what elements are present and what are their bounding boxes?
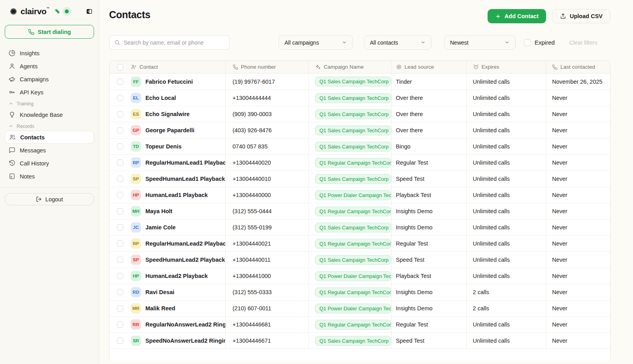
expired-checkbox[interactable] bbox=[524, 39, 531, 46]
expires-value: Unlimited calls bbox=[473, 143, 510, 150]
row-checkbox[interactable] bbox=[117, 257, 123, 263]
logout-button[interactable]: Logout bbox=[5, 193, 94, 205]
sidebar-item-insights[interactable]: Insights bbox=[5, 47, 94, 60]
table-row[interactable]: MR Malik Reed (210) 607-0011 Q1 Power Di… bbox=[109, 300, 610, 316]
table-row[interactable]: SP SpeedHumanLead2 Playback +13004440011… bbox=[109, 251, 610, 268]
phone-number: +13004440010 bbox=[233, 176, 271, 182]
row-checkbox[interactable] bbox=[117, 111, 123, 117]
table-row[interactable]: RP RegularHumanLead2 Playback +130044400… bbox=[109, 235, 610, 251]
table-row[interactable]: SP SpeedHumanLead1 Playback +13004440010… bbox=[109, 171, 610, 187]
search-input[interactable] bbox=[124, 39, 224, 46]
phone-icon bbox=[233, 64, 238, 70]
row-checkbox[interactable] bbox=[117, 305, 123, 311]
campaign-filter-select[interactable]: All campaigns bbox=[279, 35, 353, 50]
start-dialing-button[interactable]: Start dialing bbox=[5, 25, 94, 39]
contact-filter-select[interactable]: All contacts bbox=[364, 35, 431, 50]
sidebar-item-call-history[interactable]: Call History bbox=[5, 157, 94, 170]
select-all-checkbox[interactable] bbox=[117, 64, 123, 70]
contact-name: Echo Local bbox=[145, 95, 176, 101]
row-checkbox[interactable] bbox=[117, 127, 123, 133]
row-checkbox[interactable] bbox=[117, 224, 123, 231]
section-training[interactable]: Training bbox=[5, 99, 94, 108]
contact-name: Ravi Desai bbox=[145, 289, 174, 295]
table-row[interactable]: MH Maya Holt (312) 555-0444 Q1 Regular C… bbox=[109, 203, 610, 219]
sidebar-item-notes[interactable]: Notes bbox=[5, 170, 94, 183]
expires-value: Unlimited calls bbox=[473, 95, 510, 101]
contacts-icon bbox=[9, 134, 16, 141]
column-header-contact: Contact bbox=[131, 61, 225, 73]
lead-source: Speed Test bbox=[396, 176, 424, 182]
table-row[interactable]: HP HumanLead2 Playback +13004441000 Q1 P… bbox=[109, 268, 610, 284]
row-checkbox[interactable] bbox=[117, 273, 123, 279]
section-records[interactable]: Records bbox=[5, 121, 94, 131]
expires-value: Unlimited calls bbox=[473, 338, 510, 344]
column-header-last-contacted: Last contacted bbox=[546, 61, 610, 73]
table-row[interactable]: HP HumanLead1 Playback +13004440000 Q1 P… bbox=[109, 187, 610, 203]
contact-name: Echo Signalwire bbox=[145, 111, 190, 117]
sidebar-item-label: Insights bbox=[20, 50, 40, 56]
row-checkbox[interactable] bbox=[117, 338, 123, 344]
contact-name: George Papardelli bbox=[145, 127, 194, 133]
lightbulb-icon bbox=[9, 111, 15, 118]
sidebar-item-agents[interactable]: Agents bbox=[5, 60, 94, 73]
chevron-down-icon bbox=[420, 40, 426, 45]
row-checkbox[interactable] bbox=[117, 95, 123, 101]
row-checkbox[interactable] bbox=[117, 208, 123, 214]
clear-filters-button[interactable]: Clear filters bbox=[569, 39, 597, 46]
last-contacted: Never bbox=[552, 338, 567, 344]
table-row[interactable]: FF Fabrico Fetuccini (19) 99767-6017 Q1 … bbox=[109, 73, 610, 90]
sidebar-collapse-icon[interactable] bbox=[86, 8, 92, 15]
phone-number: +13004440011 bbox=[233, 257, 271, 263]
row-checkbox[interactable] bbox=[117, 79, 123, 85]
row-checkbox[interactable] bbox=[117, 176, 123, 182]
section-label-text: Records bbox=[17, 124, 34, 129]
column-header-campaign: Campaign Name bbox=[308, 61, 391, 73]
table-row[interactable]: SR SpeedNoAnswerLead2 Ringing +130044466… bbox=[109, 332, 610, 349]
avatar: JC bbox=[131, 222, 141, 233]
avatar: SP bbox=[131, 174, 141, 184]
campaign-badge: Q1 Regular Campaign TechCorp bbox=[315, 158, 391, 168]
phone-number: +13004440000 bbox=[233, 192, 271, 198]
chevron-down-icon bbox=[505, 40, 510, 45]
upload-csv-button[interactable]: Upload CSV bbox=[552, 9, 610, 23]
contact-name: Malik Reed bbox=[145, 305, 175, 311]
sidebar-item-knowledge-base[interactable]: Knowledge Base bbox=[5, 108, 94, 121]
table-row[interactable]: RP RegularHumanLead1 Playback +130044400… bbox=[109, 154, 610, 171]
table-row[interactable]: ES Echo Signalwire (909) 390-0003 Q1 Sal… bbox=[109, 106, 610, 122]
contact-name: Fabrico Fetuccini bbox=[145, 79, 193, 85]
table-row[interactable]: EL Echo Local +13004444444 Q1 Sales Camp… bbox=[109, 90, 610, 106]
sidebar-item-contacts[interactable]: Contacts bbox=[5, 131, 94, 144]
sort-select[interactable]: Newest bbox=[444, 35, 516, 50]
avatar: RP bbox=[131, 238, 141, 249]
row-checkbox[interactable] bbox=[117, 289, 123, 295]
phone-number: (210) 607-0011 bbox=[233, 305, 271, 311]
table-row[interactable]: JC Jamie Cole (312) 555-0199 Q1 Sales Ca… bbox=[109, 219, 610, 235]
expired-filter[interactable]: Expired bbox=[524, 39, 555, 46]
expires-value: Unlimited calls bbox=[473, 111, 510, 117]
table-row[interactable]: RD Ravi Desai (312) 555-0333 Q1 Regular … bbox=[109, 284, 610, 300]
add-contact-button[interactable]: Add Contact bbox=[488, 9, 546, 23]
sidebar-item-campaigns[interactable]: Campaigns bbox=[5, 73, 94, 86]
notebook-icon bbox=[9, 173, 15, 180]
last-contacted: Never bbox=[552, 176, 567, 182]
avatar: RP bbox=[131, 158, 141, 168]
campaign-badge: Q1 Sales Campaign TechCorp bbox=[315, 93, 391, 103]
table-body: FF Fabrico Fetuccini (19) 99767-6017 Q1 … bbox=[109, 73, 610, 349]
row-checkbox[interactable] bbox=[117, 321, 123, 328]
row-checkbox[interactable] bbox=[117, 192, 123, 198]
user-icon bbox=[9, 63, 15, 69]
logout-icon bbox=[36, 196, 42, 202]
table-row[interactable]: GP George Papardelli (403) 926-8476 Q1 S… bbox=[109, 122, 610, 138]
row-checkbox[interactable] bbox=[117, 240, 123, 247]
sidebar-item-messages[interactable]: Messages bbox=[5, 144, 94, 157]
row-checkbox[interactable] bbox=[117, 159, 123, 166]
phone-number: +13004441000 bbox=[233, 273, 271, 279]
last-contacted: November 26, 2025 bbox=[552, 79, 602, 85]
campaign-badge: Q1 Sales Campaign TechCorp bbox=[315, 77, 391, 86]
table-row[interactable]: RR RegularNoAnswerLead2 Ringing +1300444… bbox=[109, 316, 610, 332]
avatar: FF bbox=[131, 77, 141, 87]
logo-row: clairvo™ bbox=[5, 6, 94, 17]
row-checkbox[interactable] bbox=[117, 143, 123, 150]
table-row[interactable]: TD Topeur Denis 0740 057 835 Q1 Sales Ca… bbox=[109, 138, 610, 154]
sidebar-item-api-keys[interactable]: API Keys bbox=[5, 86, 94, 99]
